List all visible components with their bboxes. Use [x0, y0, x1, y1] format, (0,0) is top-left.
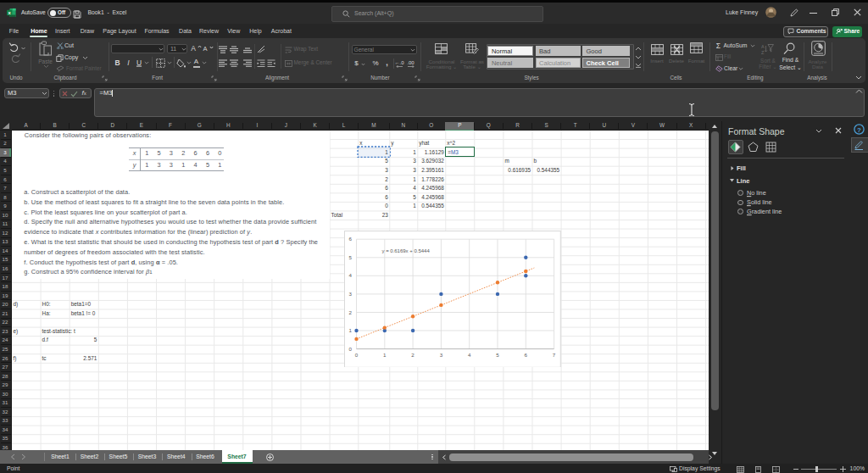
svg-text:2: 2: [348, 309, 352, 314]
svg-text:3: 3: [439, 351, 442, 357]
svg-text:y = 0.6169x + 0.5444: y = 0.6169x + 0.5444: [381, 248, 430, 253]
svg-text:?: ?: [857, 125, 861, 133]
svg-text:Z: Z: [761, 49, 765, 54]
svg-text:6: 6: [348, 236, 352, 242]
svg-text:4: 4: [348, 272, 352, 278]
svg-text:1: 1: [348, 327, 352, 333]
svg-text:2: 2: [411, 351, 415, 357]
svg-text:3: 3: [348, 291, 352, 297]
svg-text:A: A: [761, 43, 765, 48]
svg-text:1: 1: [383, 351, 387, 357]
svg-text:5: 5: [496, 351, 499, 357]
svg-text:0: 0: [348, 345, 352, 351]
svg-text:0: 0: [355, 351, 359, 357]
svg-text:7: 7: [553, 351, 556, 357]
svg-text:5: 5: [348, 254, 352, 260]
svg-text:4: 4: [468, 351, 471, 357]
svg-text:6: 6: [524, 351, 527, 357]
